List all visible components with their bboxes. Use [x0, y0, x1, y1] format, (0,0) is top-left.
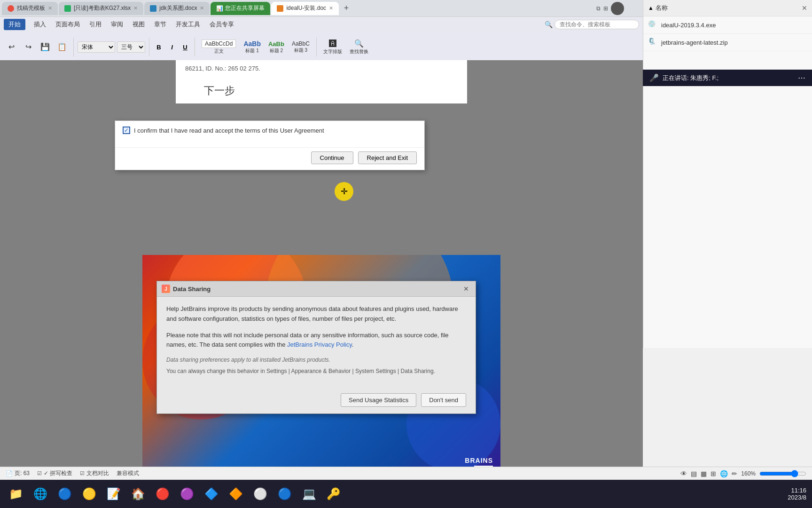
toolbar-copy[interactable]: 📋: [55, 41, 70, 53]
taskbar-time-area: 11:16 2023/8: [788, 487, 806, 501]
voice-more-icon[interactable]: ⋯: [798, 73, 805, 82]
tab-insert[interactable]: 插入: [29, 18, 51, 31]
style-normal[interactable]: AaBbCcDd正文: [199, 39, 239, 56]
compat-text: 兼容模式: [117, 469, 139, 477]
font-size-select[interactable]: 三号: [117, 41, 145, 53]
font-family-select[interactable]: 宋体: [78, 41, 115, 53]
spelling-check-icon: ☑: [37, 470, 42, 476]
toolbar-undo[interactable]: ↩: [4, 41, 19, 53]
spelling-status[interactable]: ☑ ✓ 拼写检查: [37, 469, 72, 477]
browser-tab-1[interactable]: 找稿壳模板 ✕: [2, 2, 58, 15]
right-panel-title: 名称: [656, 4, 668, 12]
layout-icon-3[interactable]: ⊞: [710, 470, 716, 477]
reject-exit-button[interactable]: Reject and Exit: [358, 151, 417, 164]
page-info-text: 页: 63: [15, 469, 30, 477]
license-checkbox[interactable]: ✓: [123, 127, 130, 134]
new-tab-button[interactable]: +: [340, 2, 353, 15]
taskbar: 📁 🌐 🔵 🟡 📝 🏠 🔴 🟣 🔷 🔶 ⚪ 🔵 💻 🔑 11:16 2023/8: [0, 480, 812, 508]
window-controls: ⧉ ⊞: [596, 2, 624, 15]
tab1-close[interactable]: ✕: [48, 5, 52, 11]
browser-tab-3[interactable]: jdk关系图.docx ✕: [144, 2, 210, 15]
screen-share-tab[interactable]: 📊 您正在共享屏幕: [211, 2, 270, 15]
eye-icon[interactable]: 👁: [680, 470, 687, 477]
taskbar-app-blue[interactable]: 🔵: [54, 483, 76, 505]
taskbar-terminal[interactable]: 💻: [298, 483, 320, 505]
panel-up-icon[interactable]: ▲: [648, 5, 654, 11]
file-item-2[interactable]: 🗜️ jetbrains-agent-latest.zip: [643, 34, 812, 51]
user-avatar[interactable]: [611, 2, 624, 15]
tab2-label: [只读]考勤表KG27.xlsx: [74, 4, 131, 12]
chapter-section: 下一步: [176, 76, 467, 103]
data-sharing-dialog: J Data Sharing ✕ Help JetBrains improve …: [156, 281, 476, 414]
grid-icon[interactable]: ⊞: [603, 5, 608, 12]
find-btn[interactable]: 🔍查找替换: [347, 38, 371, 56]
italic-button[interactable]: I: [166, 41, 178, 53]
doc-compare-text: 文档对比: [86, 469, 109, 477]
style-heading2[interactable]: AaBb标题 2: [265, 40, 287, 55]
home-icon: 🏠: [131, 487, 145, 500]
start-button[interactable]: 开始: [4, 19, 25, 30]
tab-review[interactable]: 审阅: [106, 18, 128, 31]
document-page-top: 86211, ID. No.: 265 02 275.: [176, 60, 467, 76]
dialog-footer: Send Usage Statistics Don't send: [157, 389, 476, 413]
search-icon: 🔍: [545, 21, 553, 28]
browser-tab-2[interactable]: [只读]考勤表KG27.xlsx ✕: [59, 2, 143, 15]
tab-page-layout[interactable]: 页面布局: [51, 18, 85, 31]
right-panel: ▲ 名称 ✕ 💿 idealU-2019.3.4.exe 🗜️ jetbrain…: [643, 0, 812, 348]
taskbar-chrome[interactable]: 🌐: [29, 483, 52, 505]
zoom-slider[interactable]: [759, 470, 806, 477]
taskbar-home[interactable]: 🏠: [127, 483, 149, 505]
toolbar-sep3: [195, 38, 195, 56]
taskbar-key[interactable]: 🔑: [322, 483, 345, 505]
continue-button[interactable]: Continue: [311, 151, 353, 164]
tab-developer[interactable]: 开发工具: [171, 18, 205, 31]
taskbar-app-yellow[interactable]: 🟡: [78, 483, 101, 505]
taskbar-wps[interactable]: 📝: [102, 483, 125, 505]
translate-icon[interactable]: 🌐: [720, 470, 728, 477]
restore-icon[interactable]: ⧉: [596, 5, 601, 12]
teal-app-icon: 🔵: [278, 487, 292, 500]
taskbar-app-red[interactable]: 🔴: [151, 483, 174, 505]
tab-reference[interactable]: 引用: [85, 18, 106, 31]
ribbon-search-input[interactable]: [554, 20, 639, 29]
file-item-1[interactable]: 💿 idealU-2019.3.4.exe: [643, 16, 812, 34]
toolbar-sep4: [316, 38, 317, 56]
tab-member[interactable]: 会员专享: [205, 18, 239, 31]
panel-close-btn[interactable]: ✕: [802, 4, 807, 12]
taskbar-app-teal[interactable]: 🔵: [273, 483, 296, 505]
tab2-close[interactable]: ✕: [133, 5, 138, 11]
style-heading3[interactable]: AaBbC标题 3: [289, 40, 312, 55]
tab5-close[interactable]: ✕: [329, 5, 333, 11]
taskbar-files[interactable]: 📁: [5, 483, 27, 505]
tab1-label: 找稿壳模板: [17, 4, 45, 12]
doc-compare-status[interactable]: ☑ 文档对比: [80, 469, 109, 477]
layout-icon-1[interactable]: ▤: [691, 470, 697, 477]
bold-button[interactable]: B: [153, 41, 164, 53]
toolbar-save[interactable]: 💾: [38, 41, 53, 53]
wps-icon: 📝: [107, 487, 121, 500]
style-heading1[interactable]: AaBb标题 1: [241, 39, 264, 55]
blue-app-icon: 🔵: [58, 487, 72, 500]
text-style-btn[interactable]: 🅰文字排版: [320, 39, 345, 56]
dialog-close-button[interactable]: ✕: [461, 284, 471, 294]
privacy-policy-link[interactable]: JetBrains Privacy Policy: [287, 341, 352, 348]
tab-chapter[interactable]: 章节: [149, 18, 171, 31]
tab3-label: jdk关系图.docx: [159, 4, 197, 12]
taskbar-app-orange[interactable]: 🔶: [225, 483, 247, 505]
toolbar-redo[interactable]: ↪: [21, 41, 36, 53]
dont-send-button[interactable]: Don't send: [421, 393, 466, 407]
file-name-2: jetbrains-agent-latest.zip: [661, 39, 728, 46]
tab-view[interactable]: 视图: [128, 18, 149, 31]
tab4-label: 您正在共享屏幕: [225, 4, 265, 12]
file-name-1: idealU-2019.3.4.exe: [661, 22, 716, 29]
send-usage-statistics-button[interactable]: Send Usage Statistics: [341, 393, 416, 407]
edit-icon[interactable]: ✏: [732, 470, 737, 477]
taskbar-app-diamond[interactable]: 🔷: [200, 483, 223, 505]
browser-tab-5[interactable]: idealU-安装.doc ✕: [271, 2, 339, 15]
taskbar-app-circle[interactable]: ⚪: [249, 483, 272, 505]
tab3-close[interactable]: ✕: [200, 5, 204, 11]
dialog-paragraph-1: Help JetBrains improve its products by s…: [166, 304, 466, 324]
underline-button[interactable]: U: [180, 41, 191, 53]
layout-icon-2[interactable]: ▦: [701, 470, 707, 477]
taskbar-app-purple[interactable]: 🟣: [176, 483, 198, 505]
